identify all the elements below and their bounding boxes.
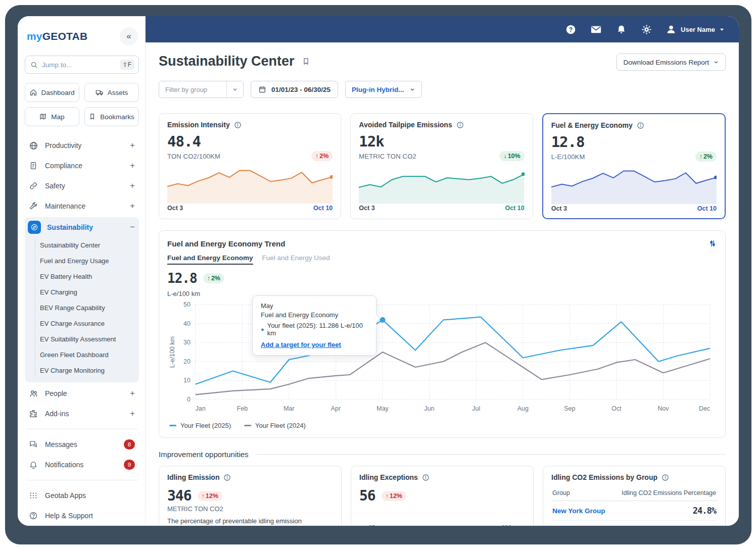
bell-icon[interactable] [615, 23, 627, 35]
group-percentage: 24.8% [611, 501, 717, 521]
info-icon[interactable] [662, 474, 669, 481]
info-icon[interactable] [223, 474, 231, 481]
change-badge: ↓10% [499, 151, 524, 161]
sidebar-item-green-fleet-dashboard[interactable]: Green Fleet Dashboard [38, 347, 139, 363]
sidebar-item-ev-battery-health[interactable]: EV Battery Health [38, 269, 139, 284]
dashboard-button[interactable]: Dashboard [25, 83, 79, 102]
sidebar-item-ev-suitability-assessment[interactable]: EV Suitability Assessment [38, 331, 139, 347]
collapse-icon[interactable]: − [130, 222, 135, 232]
jump-to-search[interactable]: ⇧F [25, 56, 139, 74]
expand-icon[interactable]: + [130, 181, 135, 191]
group-filter-select[interactable]: Filter by group [159, 81, 244, 98]
date-range-picker[interactable]: 01/01/23 - 06/30/25 [251, 81, 338, 98]
sidebar-item-label: Productivity [45, 141, 124, 150]
sidebar-item-label: Compliance [45, 162, 124, 170]
bookmark-page-icon[interactable] [302, 57, 310, 66]
sidebar-item-ev-charging[interactable]: EV Charging [38, 284, 139, 300]
expand-icon[interactable]: + [130, 201, 135, 211]
sidebar-item-compliance[interactable]: Compliance + [25, 156, 139, 176]
vehicle-type-filter[interactable]: Plug-in Hybrid... [345, 81, 422, 98]
up-arrow-icon: ↑ [386, 492, 389, 500]
divider [256, 454, 726, 455]
sidebar: myGEOTAB « ⇧F Dashboard As [18, 16, 146, 526]
idling-co2-table: Group Idling CO2 Emissions Percentage Ne… [551, 486, 717, 526]
legend-item-2025[interactable]: Your Fleet (2025) [169, 422, 231, 429]
avoided-tailpipe-sparkline [359, 165, 524, 204]
logo-my: my [27, 30, 42, 42]
svg-text:50: 50 [183, 301, 191, 308]
group-link[interactable]: Hudson Malone [551, 521, 611, 526]
kpi-unit: METRIC TON CO2 [359, 153, 416, 160]
svg-text:Aug: Aug [517, 405, 529, 412]
group-link[interactable]: New York Group [551, 501, 611, 521]
quick-button-label: Dashboard [41, 89, 74, 96]
change-value: 10% [508, 153, 521, 160]
user-icon [666, 24, 677, 35]
divider [26, 429, 138, 429]
series-dot-icon: ● [261, 326, 264, 332]
info-icon[interactable] [234, 121, 242, 129]
svg-text:Feb: Feb [237, 405, 248, 412]
map-button[interactable]: Map [25, 107, 79, 126]
tab-fuel-and-energy-used[interactable]: Fuel and Energy Used [262, 254, 330, 265]
assets-button[interactable]: Assets [84, 83, 139, 102]
card-title: Idling Exceptions [359, 473, 418, 481]
sidebar-item-productivity[interactable]: Productivity + [25, 135, 139, 156]
legend-item-2024[interactable]: Your Fleet (2024) [244, 422, 306, 429]
expand-icon[interactable]: + [130, 161, 135, 171]
help-icon[interactable]: ? [564, 23, 577, 35]
messages-badge: 8 [124, 439, 135, 450]
idling-emission-value: 346 [167, 487, 192, 504]
kpi-value: 12.8 [551, 133, 717, 151]
expand-icon[interactable]: + [130, 388, 135, 398]
expand-icon[interactable]: + [130, 409, 135, 419]
card-title: Idling CO2 Emissions by Group [551, 473, 657, 481]
info-icon[interactable] [422, 474, 430, 481]
info-icon[interactable] [456, 121, 464, 129]
change-value: 2% [211, 275, 220, 282]
info-icon[interactable] [637, 122, 644, 129]
download-emissions-report-button[interactable]: Download Emissions Report [617, 54, 726, 71]
svg-text:Dec: Dec [699, 405, 710, 412]
collapse-sidebar-button[interactable]: « [120, 27, 138, 45]
tab-fuel-and-energy-economy[interactable]: Fuel and Energy Economy [167, 254, 253, 265]
sidebar-item-ev-charge-monitoring[interactable]: EV Charge Monitoring [38, 363, 139, 378]
svg-text:600: 600 [501, 524, 512, 526]
sidebar-item-bev-range-capability[interactable]: BEV Range Capability [38, 300, 139, 316]
sidebar-item-sustainability-center[interactable]: Sustainability Center [38, 237, 139, 253]
sidebar-item-label: Maintenance [45, 202, 124, 210]
bookmark-icon [89, 113, 97, 121]
date-range-value: 01/01/23 - 06/30/25 [271, 86, 330, 93]
sidebar-item-sustainability[interactable]: Sustainability − [25, 217, 139, 237]
idling-exceptions-card: Idling Exceptions 56 ↑12% 2560020480 [351, 466, 534, 526]
sidebar-item-people[interactable]: People + [25, 383, 139, 404]
expand-icon[interactable]: + [130, 140, 135, 151]
sidebar-item-help-support[interactable]: Help & Support [25, 506, 139, 526]
card-title: Fuel & Energy Economy [551, 121, 633, 129]
search-input[interactable] [42, 61, 116, 69]
quick-button-label: Bookmarks [100, 113, 134, 121]
fuel-energy-trend-chart[interactable]: 01020304050JanFebMarAprMayJunJulAugSepOc… [167, 300, 717, 415]
emission-intensity-card[interactable]: Emission Intensity 48.4 TON CO2/100KM ↑2… [159, 113, 341, 219]
sidebar-item-label: Messages [45, 440, 118, 449]
avoided-tailpipe-emissions-card[interactable]: Avoided Tailpipe Emissions 12k METRIC TO… [350, 113, 533, 219]
add-target-link[interactable]: Add a target for your fleet [261, 341, 341, 348]
sidebar-item-notifications[interactable]: Notifications 9 [25, 455, 139, 475]
sidebar-item-messages[interactable]: Messages 8 [25, 434, 139, 455]
sidebar-item-ev-charge-assurance[interactable]: EV Charge Assurance [38, 316, 139, 331]
sidebar-item-geotab-apps[interactable]: Geotab Apps [25, 485, 139, 506]
sliders-icon[interactable] [708, 239, 717, 248]
fuel-energy-economy-card[interactable]: Fuel & Energy Economy 12.8 L-E/100KM ↑2%… [542, 113, 726, 219]
user-menu[interactable]: User Name [666, 24, 725, 35]
sparkline-start-date: Oct 3 [551, 205, 567, 212]
sidebar-item-fuel-and-energy-usage[interactable]: Fuel and Energy Usage [38, 253, 139, 269]
mail-icon[interactable] [590, 23, 602, 35]
gear-icon[interactable] [640, 23, 652, 35]
sidebar-item-safety[interactable]: Safety + [25, 176, 139, 196]
sidebar-item-maintenance[interactable]: Maintenance + [25, 196, 139, 216]
truck-icon [96, 88, 104, 97]
bookmarks-button[interactable]: Bookmarks [84, 107, 139, 126]
sidebar-item-add-ins[interactable]: Add-ins + [25, 404, 139, 424]
svg-text:25: 25 [368, 524, 375, 526]
main-area: ? User Name Sustainability Center [146, 16, 739, 526]
